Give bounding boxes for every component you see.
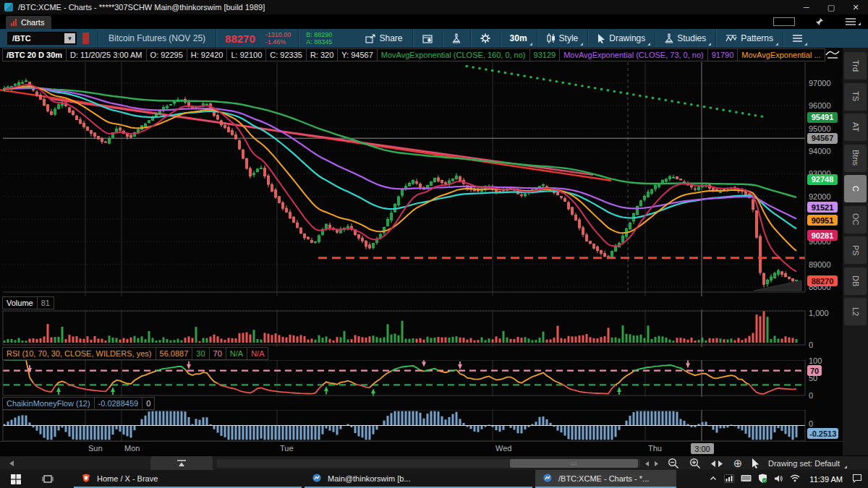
scroll-right-icon[interactable] [652,456,660,471]
volume-current-value[interactable]: 81 [37,296,54,309]
chart-mode-icon[interactable] [825,49,840,61]
tab-charts[interactable]: Charts [6,16,51,29]
start-button[interactable] [0,470,32,488]
chevron-up-icon[interactable] [709,474,718,484]
rsi-param[interactable]: 70 [209,347,226,360]
studies-button[interactable]: Studies [658,29,712,48]
keyboard-icon[interactable] [741,474,752,484]
ohlc-field[interactable]: D: 11/20/25 3:00 AM [66,48,146,61]
symbol-dropdown-icon[interactable]: ▼ [64,33,75,43]
drawing-set-selector[interactable]: Drawing set: Default [768,456,848,471]
pan-left-icon[interactable] [6,456,17,471]
ohlc-field[interactable]: Y: 94567 [337,48,377,61]
wifi-icon[interactable] [790,474,800,484]
rsi-study-label[interactable]: RSI (10, 70, 30, CLOSE, WILDERS, yes) [2,347,156,360]
volume-max-label: 1,000 [809,308,829,318]
task-view-button[interactable] [32,470,64,488]
tab-menu-icon[interactable] [839,16,862,27]
patterns-button[interactable]: Patterns [719,29,780,48]
study-label[interactable]: MovAvgExponential (CLOSE, 73, 0, no) [559,48,708,61]
zoom-in-icon[interactable] [686,456,705,471]
sidebar-tab-db[interactable]: DB [844,267,867,295]
candlestick-icon [547,33,556,43]
restore-button[interactable]: ▢ [819,0,843,14]
speaker-icon[interactable] [774,474,783,484]
sidebar-tab-ts[interactable]: TS [844,83,867,111]
dotted-trendline [467,67,765,117]
taskbar-app[interactable]: /BTC:XCME - Charts - *... [535,470,676,488]
volume-series [4,311,798,343]
collapse-panel-button[interactable] [150,456,213,470]
price-change: -1310.00 -1.46% [265,31,292,46]
share-button[interactable]: Share [359,29,409,48]
chart-symbol-info[interactable]: /BTC 20 D 30m [2,48,67,61]
sidebar-tab-at[interactable]: AT [844,114,867,141]
sidebar-tab-ps[interactable]: PS [844,236,867,264]
price-bubble: 90951 [807,215,838,226]
scrollbar-thumb[interactable]: ⁞⁞⁞ [510,459,638,468]
crosshair-icon[interactable]: ⊕ [729,456,746,471]
ohlc-field[interactable]: H: 92420 [187,48,228,61]
analyze-button[interactable] [446,29,467,48]
sidebar-tab-btns[interactable]: Btns [844,145,867,172]
style-button[interactable]: Style [540,29,585,48]
price-tick: 97000 [809,78,831,88]
cmf-study-label[interactable]: ChaikinMoneyFlow (12) [2,397,95,410]
chart-area[interactable]: Volume 81 RSI (10, 70, 30, CLOSE, WILDER… [0,62,843,455]
study-value[interactable]: 93129 [529,48,561,61]
ohlc-field[interactable]: L: 92100 [226,48,266,61]
thinkorswim-charts-window: /BTC:XCME - Charts - *****307SCHW Main@t… [0,0,868,488]
volume-study-label[interactable]: Volume [2,296,38,309]
events-calendar-button[interactable] [416,29,439,48]
gear-icon [480,33,490,43]
settings-button[interactable] [474,29,497,48]
expand-horizontal-icon[interactable] [707,456,726,471]
ohlc-field[interactable]: C: 92335 [265,48,307,61]
action-center-icon[interactable] [852,474,862,484]
price-bubble: 94567 [807,133,838,144]
price-tick: 94000 [809,146,831,156]
alert-badge-icon[interactable] [82,33,89,44]
ohlc-field[interactable]: R: 320 [306,48,338,61]
taskbar-clock[interactable]: 11:39 AM [809,475,843,484]
rsi-param[interactable]: N/A [247,347,268,360]
taskbar-app[interactable]: Main@thinkorswim [b... [305,470,532,488]
taskbar-app[interactable]: Home / X - Brave [74,470,302,488]
drawings-button[interactable]: Drawings [591,29,652,48]
symbol-input[interactable]: /BTC ▼ [7,32,77,45]
timeframe-button[interactable]: 30m [503,29,534,48]
cursor-tool-icon[interactable] [748,456,762,471]
sidebar-tab-oc[interactable]: OC [844,206,867,234]
cmf-current-value[interactable]: -0.0288459 [94,397,143,410]
cmf-last-bubble: -0.2513 [807,428,838,439]
zoom-out-icon[interactable] [664,456,683,471]
rsi-down-arrow [187,364,191,369]
layout-button[interactable] [771,16,797,27]
sidebar-tab-l2[interactable]: L2 [844,298,867,325]
close-button[interactable]: ✕ [843,0,868,14]
scroll-left-icon[interactable] [642,456,651,471]
cmf-zero-box[interactable]: 0 [142,397,155,410]
time-label-sun: Sun [88,444,103,453]
charts-tab-label: Charts [21,18,44,27]
rsi-param[interactable]: 30 [192,347,209,360]
defender-shield-icon[interactable] [758,474,767,484]
ohlc-field[interactable]: O: 92295 [146,48,187,61]
pin-icon[interactable] [809,16,830,27]
title-bar[interactable]: /BTC:XCME - Charts - *****307SCHW Main@t… [0,0,868,14]
chart-scrollbar[interactable]: ⁞⁞⁞ [217,459,640,468]
study-label[interactable]: MovAvgExponential (CLOSE, 160, 0, no) [377,48,530,61]
toolbar-menu-icon[interactable] [786,29,809,48]
network-activity-icon[interactable] [724,474,734,484]
rsi-current-value[interactable]: 56.0887 [156,347,193,360]
sidebar-tab-c[interactable]: C [844,175,867,202]
system-tray: 11:39 AM [709,470,868,488]
study-label[interactable]: MovAvgExponential ... [737,48,825,61]
rsi-100-label: 100 [809,356,822,366]
time-axis[interactable]: SunMonTueWedThu3:00 [0,441,843,455]
sidebar-tab-trd[interactable]: Trd [844,52,867,80]
rsi-param[interactable]: N/A [226,347,247,360]
study-value[interactable]: 91790 [707,48,739,61]
cmf-zero-label: 0 [809,419,813,429]
minimize-button[interactable]: ─ [794,0,819,14]
